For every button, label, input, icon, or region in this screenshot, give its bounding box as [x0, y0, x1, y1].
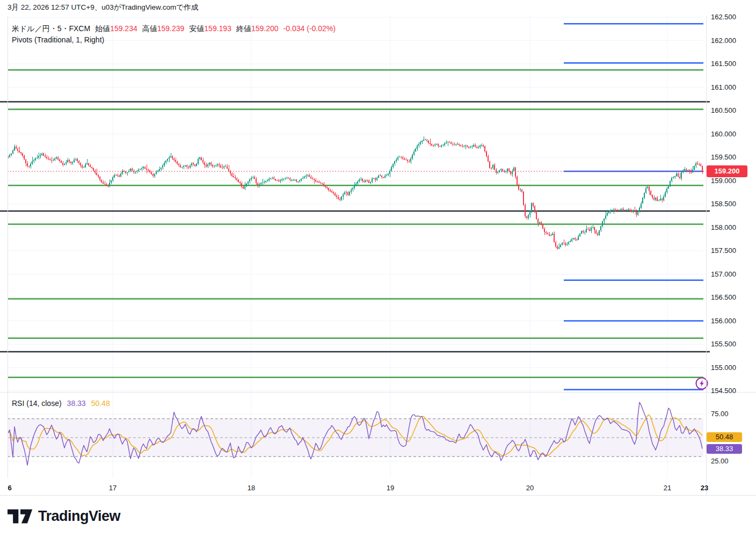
ohlc-values: 始値159.234高値159.239安値159.193終値159.200: [95, 24, 278, 34]
price-tick: 158.000: [711, 223, 736, 231]
price-tick: 155.000: [711, 364, 736, 372]
pivots-legend-row[interactable]: Pivots (Traditional, 1, Right): [12, 35, 104, 44]
price-axis[interactable]: 162.500162.000161.500161.000160.500160.0…: [707, 16, 756, 475]
chart-canvas[interactable]: [0, 0, 756, 537]
rsi-value-badge: 38.33: [707, 444, 742, 454]
rsi-ma-value: 50.48: [91, 399, 110, 408]
price-tick: 159.000: [711, 177, 736, 185]
rsi-tick: 25.00: [711, 457, 729, 465]
price-tick: 156.000: [711, 317, 736, 325]
ohlc-pair: 高値159.239: [142, 24, 185, 34]
candlestick-series: [8, 136, 703, 250]
chart-left-border: [8, 16, 8, 478]
price-tick: 161.500: [711, 60, 736, 68]
symbol-legend-row[interactable]: 米ドル／円・5・FXCM 始値159.234高値159.239安値159.193…: [12, 24, 336, 34]
tradingview-logo-text: TradingView: [38, 508, 120, 525]
time-label: 18: [248, 484, 255, 492]
change-value: -0.034 (-0.02%): [284, 24, 336, 33]
price-tick: 157.000: [711, 270, 736, 278]
rsi-value: 38.33: [67, 399, 86, 408]
tradingview-logo[interactable]: TradingView: [8, 508, 120, 525]
rsi-legend-row[interactable]: RSI (14, close) 38.33 50.48: [12, 399, 110, 408]
rsi-tick: 75.00: [711, 410, 729, 418]
rsi-title: RSI (14, close): [12, 399, 62, 408]
last-price-badge: 159.200: [707, 165, 747, 177]
price-tick: 162.000: [711, 37, 736, 45]
tradingview-logo-icon: [8, 509, 33, 524]
price-tick: 160.000: [711, 130, 736, 138]
price-tick: 162.500: [711, 13, 736, 21]
price-tick: 154.500: [711, 387, 736, 395]
pivot-lines: [0, 24, 710, 389]
price-tick: 158.500: [711, 200, 736, 208]
time-label: 23: [701, 484, 708, 492]
time-label: 6: [8, 484, 11, 492]
ohlc-pair: 安値159.193: [189, 24, 231, 34]
ohlc-pair: 終値159.200: [236, 24, 279, 34]
tradingview-chart-snapshot: 3月 22, 2026 12:57 UTC+9、u03がTradingView.…: [0, 0, 756, 537]
rsi-ma-badge: 50.48: [707, 432, 742, 442]
price-tick: 160.500: [711, 106, 736, 114]
time-label: 19: [387, 484, 394, 492]
time-label: 21: [664, 484, 671, 492]
price-tick: 161.000: [711, 83, 736, 91]
ohlc-pair: 始値159.234: [95, 24, 137, 34]
time-label: 17: [109, 484, 117, 492]
pane-divider[interactable]: [0, 392, 756, 393]
price-tick: 157.500: [711, 246, 736, 255]
time-axis[interactable]: 6171819202123: [0, 475, 756, 496]
price-tick: 156.500: [711, 293, 736, 301]
symbol-title: 米ドル／円・5・FXCM: [12, 24, 90, 34]
gridlines: [8, 16, 703, 478]
price-tick: 155.500: [711, 340, 736, 348]
price-tick: 159.500: [711, 153, 736, 161]
time-label: 20: [526, 484, 534, 492]
